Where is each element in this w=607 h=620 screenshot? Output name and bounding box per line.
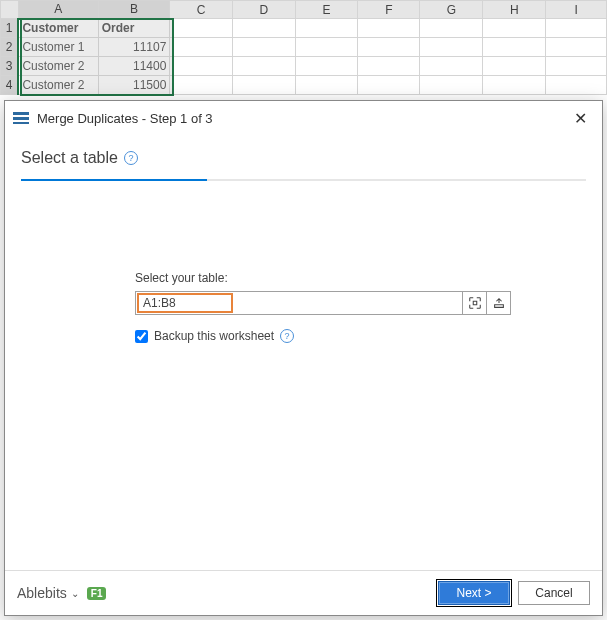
select-all-corner[interactable] — [1, 1, 19, 19]
range-input[interactable]: A1:B8 — [135, 291, 463, 315]
brand-menu[interactable]: Ablebits ⌄ — [17, 585, 79, 601]
cell-B3[interactable]: 11400 — [98, 57, 170, 76]
row-1-header[interactable]: 1 — [1, 19, 19, 38]
col-D[interactable]: D — [233, 1, 296, 19]
dialog-body: Select your table: A1:B8 Backup this wor… — [5, 181, 602, 570]
col-C[interactable]: C — [170, 1, 233, 19]
col-F[interactable]: F — [358, 1, 420, 19]
table-row: 4 Customer 2 11500 — [1, 76, 607, 95]
row-3-header[interactable]: 3 — [1, 57, 19, 76]
f1-help-badge[interactable]: F1 — [87, 587, 107, 600]
col-G[interactable]: G — [420, 1, 483, 19]
cell-B2[interactable]: 11107 — [98, 38, 170, 57]
step-heading: Select a table ? — [5, 135, 602, 175]
close-icon: ✕ — [574, 109, 587, 128]
select-table-label: Select your table: — [135, 271, 586, 285]
collapse-dialog-button[interactable] — [487, 291, 511, 315]
merge-duplicates-dialog: Merge Duplicates - Step 1 of 3 ✕ Select … — [4, 100, 603, 616]
col-H[interactable]: H — [483, 1, 546, 19]
backup-checkbox[interactable] — [135, 330, 148, 343]
col-I[interactable]: I — [546, 1, 607, 19]
next-button[interactable]: Next > — [438, 581, 510, 605]
dialog-titlebar: Merge Duplicates - Step 1 of 3 ✕ — [5, 101, 602, 135]
cell-B4[interactable]: 11500 — [98, 76, 170, 95]
cell-C1[interactable] — [170, 19, 233, 38]
table-row: 2 Customer 1 11107 — [1, 38, 607, 57]
dialog-title: Merge Duplicates - Step 1 of 3 — [37, 111, 213, 126]
spreadsheet-grid[interactable]: A B C D E F G H I 1 Customer Order 2 Cus… — [0, 0, 607, 95]
backup-label: Backup this worksheet — [154, 329, 274, 343]
table-row: 1 Customer Order — [1, 19, 607, 38]
dialog-footer: Ablebits ⌄ F1 Next > Cancel — [5, 570, 602, 615]
step-progress — [21, 179, 586, 181]
backup-checkbox-row[interactable]: Backup this worksheet ? — [135, 329, 586, 343]
help-icon[interactable]: ? — [280, 329, 294, 343]
close-button[interactable]: ✕ — [566, 107, 594, 129]
cell-A4[interactable]: Customer 2 — [18, 76, 98, 95]
cancel-button[interactable]: Cancel — [518, 581, 590, 605]
col-B[interactable]: B — [98, 1, 170, 19]
cell-B1[interactable]: Order — [98, 19, 170, 38]
expand-selection-button[interactable] — [463, 291, 487, 315]
row-4-header[interactable]: 4 — [1, 76, 19, 95]
help-icon[interactable]: ? — [124, 151, 138, 165]
cell-A3[interactable]: Customer 2 — [18, 57, 98, 76]
range-input-group: A1:B8 — [135, 291, 586, 315]
app-icon — [13, 112, 29, 124]
col-A[interactable]: A — [18, 1, 98, 19]
col-E[interactable]: E — [295, 1, 357, 19]
collapse-icon — [492, 296, 506, 310]
row-2-header[interactable]: 2 — [1, 38, 19, 57]
cell-A2[interactable]: Customer 1 — [18, 38, 98, 57]
table-row: 3 Customer 2 11400 — [1, 57, 607, 76]
heading-text: Select a table — [21, 149, 118, 167]
expand-selection-icon — [468, 296, 482, 310]
range-value: A1:B8 — [137, 293, 233, 313]
brand-label: Ablebits — [17, 585, 67, 601]
chevron-down-icon: ⌄ — [71, 588, 79, 599]
column-header-row: A B C D E F G H I — [1, 1, 607, 19]
cell-A1[interactable]: Customer — [18, 19, 98, 38]
